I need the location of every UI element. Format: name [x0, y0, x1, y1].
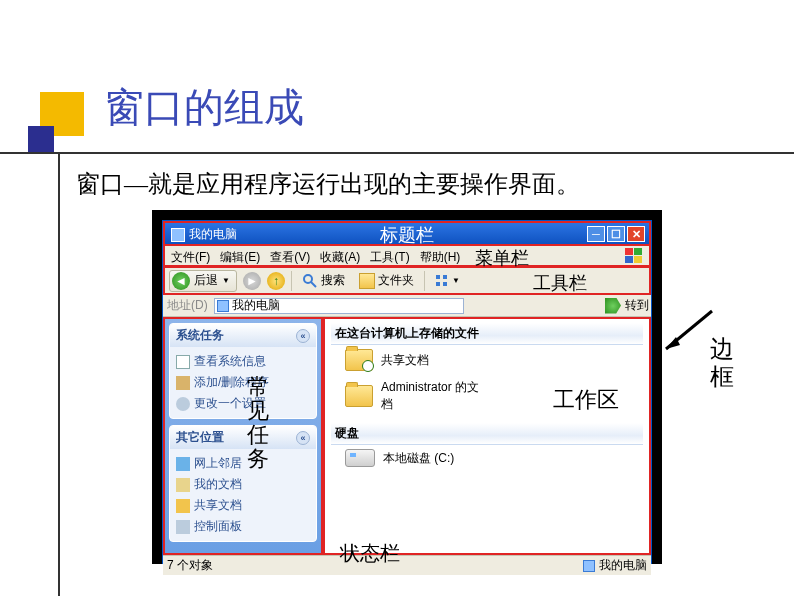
menu-file[interactable]: 文件(F): [171, 249, 210, 266]
folder-icon-2: [345, 385, 373, 407]
computer-icon: [217, 300, 229, 312]
box-icon: [176, 376, 190, 390]
slide-title: 窗口的组成: [104, 80, 304, 135]
link-addremove[interactable]: 添加/删除程序: [176, 372, 310, 393]
label-border-text: 边框: [710, 335, 734, 391]
menu-bar: 文件(F) 编辑(E) 查看(V) 收藏(A) 工具(T) 帮助(H) 菜单栏: [163, 245, 651, 267]
window-icon: [171, 228, 185, 242]
folders-icon: [359, 273, 375, 289]
docs-icon: [176, 478, 190, 492]
panel-other-title: 其它位置: [176, 429, 224, 446]
label-border: 边框: [710, 335, 734, 391]
back-button[interactable]: ◄ 后退 ▼: [169, 270, 237, 292]
task-pane: 系统任务 « 查看系统信息 添加/删除程序 更改一个设置 其它位置 «: [163, 317, 323, 555]
link-sysinfo[interactable]: 查看系统信息: [176, 351, 310, 372]
separator2: [424, 271, 425, 291]
menu-fav[interactable]: 收藏(A): [320, 249, 360, 266]
address-input[interactable]: 我的电脑: [214, 298, 464, 314]
back-arrow-icon: ◄: [172, 272, 190, 290]
control-icon: [176, 520, 190, 534]
menu-view[interactable]: 查看(V): [270, 249, 310, 266]
tool-bar: ◄ 后退 ▼ ► ↑ 搜索 文件夹 ▼ 工具栏: [163, 267, 651, 295]
item-admin-label: Administrator 的文档: [381, 379, 491, 413]
status-bar: 7 个对象 我的电脑: [163, 555, 651, 575]
label-toolbar: 工具栏: [533, 271, 587, 295]
panel-system-tasks: 系统任务 « 查看系统信息 添加/删除程序 更改一个设置: [169, 323, 317, 419]
deco-blue-square: [28, 126, 54, 152]
label-statusbar: 状态栏: [340, 540, 400, 567]
status-count: 7 个对象: [167, 557, 213, 574]
gear-icon: [176, 397, 190, 411]
label-workarea: 工作区: [553, 385, 619, 415]
menu-help[interactable]: 帮助(H): [420, 249, 461, 266]
svg-point-0: [304, 275, 312, 283]
address-value: 我的电脑: [232, 297, 280, 314]
maximize-button[interactable]: ☐: [607, 226, 625, 242]
status-loc: 我的电脑: [599, 557, 647, 574]
network-icon: [176, 457, 190, 471]
windows-flag-icon: [625, 248, 643, 264]
search-label: 搜索: [321, 272, 345, 289]
link-sysinfo-label: 查看系统信息: [194, 353, 266, 370]
label-titlebar: 标题栏: [380, 223, 434, 247]
item-shared-docs[interactable]: 共享文档: [331, 345, 643, 375]
link-shared[interactable]: 共享文档: [176, 495, 310, 516]
panel-system-header[interactable]: 系统任务 «: [170, 324, 316, 347]
panel-other-places: 其它位置 « 网上邻居 我的文档 共享文档 控制面板: [169, 425, 317, 542]
window-body: 系统任务 « 查看系统信息 添加/删除程序 更改一个设置 其它位置 «: [163, 317, 651, 555]
arrow-border: [660, 305, 716, 361]
item-drive-c[interactable]: 本地磁盘 (C:): [331, 445, 643, 471]
computer-icon-2: [583, 560, 595, 572]
explorer-window: 我的电脑 标题栏 ─ ☐ ✕ 文件(F) 编辑(E) 查看(V) 收藏(A) 工…: [162, 220, 652, 564]
up-button[interactable]: ↑: [267, 272, 285, 290]
link-control-label: 控制面板: [194, 518, 242, 535]
panel-system-title: 系统任务: [176, 327, 224, 344]
folders-label: 文件夹: [378, 272, 414, 289]
search-button[interactable]: 搜索: [298, 271, 349, 290]
link-mydocs-label: 我的文档: [194, 476, 242, 493]
svg-line-1: [311, 282, 316, 287]
link-control[interactable]: 控制面板: [176, 516, 310, 537]
address-label: 地址(D): [165, 297, 210, 314]
screenshot-frame: 我的电脑 标题栏 ─ ☐ ✕ 文件(F) 编辑(E) 查看(V) 收藏(A) 工…: [152, 210, 662, 564]
label-taskpane: 常见任务: [246, 375, 270, 471]
item-shared-label: 共享文档: [381, 352, 429, 369]
work-area: 在这台计算机上存储的文件 共享文档 Administrator 的文档 硬盘 本…: [323, 317, 651, 555]
section-drives: 硬盘: [331, 423, 643, 445]
menu-tools[interactable]: 工具(T): [370, 249, 409, 266]
link-mydocs[interactable]: 我的文档: [176, 474, 310, 495]
shared-folder-icon: [345, 349, 373, 371]
item-drive-label: 本地磁盘 (C:): [383, 450, 454, 467]
deco-v-rule: [58, 154, 60, 596]
window-title-text: 我的电脑: [189, 226, 237, 243]
menu-edit[interactable]: 编辑(E): [220, 249, 260, 266]
back-label: 后退: [194, 272, 218, 289]
address-bar: 地址(D) 我的电脑 转到: [163, 295, 651, 317]
close-button[interactable]: ✕: [627, 226, 645, 242]
go-label[interactable]: 转到: [625, 297, 649, 314]
views-button[interactable]: ▼: [431, 273, 464, 288]
slide-subtitle: 窗口—就是应用程序运行出现的主要操作界面。: [76, 168, 580, 200]
separator: [291, 271, 292, 291]
page-icon: [176, 355, 190, 369]
link-network-label: 网上邻居: [194, 455, 242, 472]
search-icon: [302, 273, 318, 289]
link-shared-label: 共享文档: [194, 497, 242, 514]
chevron-up-icon: «: [296, 329, 310, 343]
views-icon: [435, 274, 449, 287]
deco-h-rule: [0, 152, 794, 154]
section-stored-files: 在这台计算机上存储的文件: [331, 323, 643, 345]
title-bar[interactable]: 我的电脑 标题栏 ─ ☐ ✕: [163, 221, 651, 245]
forward-button[interactable]: ►: [243, 272, 261, 290]
drive-icon: [345, 449, 375, 467]
link-changeset[interactable]: 更改一个设置: [176, 393, 310, 414]
link-network[interactable]: 网上邻居: [176, 453, 310, 474]
panel-other-header[interactable]: 其它位置 «: [170, 426, 316, 449]
go-icon[interactable]: [605, 298, 621, 314]
minimize-button[interactable]: ─: [587, 226, 605, 242]
folder-icon: [176, 499, 190, 513]
folders-button[interactable]: 文件夹: [355, 271, 418, 290]
chevron-up-icon-2: «: [296, 431, 310, 445]
